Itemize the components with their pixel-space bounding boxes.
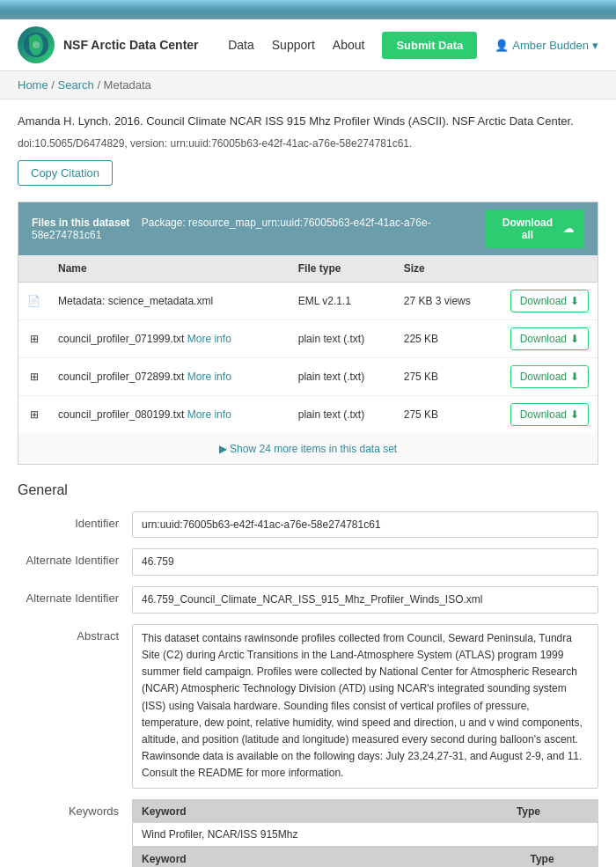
download-button[interactable]: Download ⬇ <box>510 365 589 388</box>
files-table: Name File type Size 📄Metadata: science_m… <box>18 255 598 433</box>
file-size: 27 KB 3 views <box>395 282 502 320</box>
identifier-value: urn:uuid:76005b63-e42f-41ac-a76e-58e2747… <box>132 511 598 539</box>
keyword-row: Wind Profiler, NCAR/ISS 915Mhz <box>133 823 598 847</box>
breadcrumb-home[interactable]: Home <box>18 78 48 92</box>
user-name: Amber Budden <box>512 39 589 52</box>
download-icon: ⬇ <box>570 371 579 383</box>
cloud-download-icon: ☁ <box>563 223 574 235</box>
table-row: ⊞council_profiler_071999.txt More infopl… <box>18 320 598 357</box>
download-cell: Download ⬇ <box>502 320 598 357</box>
download-all-label: Download all <box>496 217 559 241</box>
file-size: 275 KB <box>395 395 502 433</box>
download-button[interactable]: Download ⬇ <box>510 403 589 426</box>
doi-text: doi:10.5065/D6474829, version: urn:uuid:… <box>18 137 598 150</box>
table-row: ⊞council_profiler_072899.txt More infopl… <box>18 357 598 395</box>
file-name-text: council_profiler_071999.txt <box>58 333 184 345</box>
alt-identifier2-row: Alternate Identifier 46.759_Council_Clim… <box>18 586 598 614</box>
table-row: 📄Metadata: science_metadata.xmlEML v2.1.… <box>18 282 598 320</box>
file-name-text: council_profiler_080199.txt <box>58 408 184 421</box>
download-cell: Download ⬇ <box>502 282 598 320</box>
breadcrumb: Home / Search / Metadata <box>0 71 616 99</box>
identifier-row: Identifier urn:uuid:76005b63-e42f-41ac-a… <box>18 511 598 539</box>
keywords-tables: KeywordTypeWind Profiler, NCAR/ISS 915Mh… <box>132 799 598 867</box>
file-name: council_profiler_080199.txt More info <box>49 395 290 433</box>
type-col-header: Type <box>508 799 598 823</box>
file-type: plain text (.txt) <box>290 357 395 395</box>
copy-citation-button[interactable]: Copy Citation <box>18 160 113 186</box>
identifier-label: Identifier <box>18 511 132 530</box>
abstract-value: This dataset contains rawinsonde profile… <box>132 624 598 789</box>
download-icon: ⬇ <box>570 333 579 345</box>
col-name: Name <box>49 255 290 283</box>
show-more-link[interactable]: ▶ Show 24 more items in this data set <box>219 443 397 455</box>
file-type: plain text (.txt) <box>290 320 395 357</box>
download-button[interactable]: Download ⬇ <box>510 327 589 350</box>
dropdown-icon: ▾ <box>592 39 598 52</box>
file-size: 275 KB <box>395 357 502 395</box>
file-type: plain text (.txt) <box>290 395 395 433</box>
file-name: Metadata: science_metadata.xml <box>49 282 290 320</box>
submit-data-button[interactable]: Submit Data <box>382 32 477 59</box>
files-section: Files in this dataset Package: resource_… <box>18 202 598 465</box>
col-action <box>502 255 598 283</box>
logo-text: NSF Arctic Data Center <box>63 38 199 52</box>
breadcrumb-current: Metadata <box>104 78 151 92</box>
files-table-header-row: Name File type Size <box>18 255 598 283</box>
logo-image <box>18 26 55 63</box>
keywords-table: KeywordTypeArcticSoundingISO 19115:2003 … <box>132 847 598 867</box>
keywords-label: Keywords <box>18 799 132 818</box>
nav-data[interactable]: Data <box>228 38 254 52</box>
download-icon: ⬇ <box>570 408 579 421</box>
file-name-text: council_profiler_072899.txt <box>58 371 184 383</box>
file-name: council_profiler_072899.txt More info <box>49 357 290 395</box>
col-size: Size <box>395 255 502 283</box>
file-type-icon: ⊞ <box>18 320 49 357</box>
download-all-button[interactable]: Download all ☁ <box>486 209 584 248</box>
table-row: ⊞council_profiler_080199.txt More infopl… <box>18 395 598 433</box>
keyword-col-header: Keyword <box>133 847 522 867</box>
file-type: EML v2.1.1 <box>290 282 395 320</box>
keywords-row: Keywords KeywordTypeWind Profiler, NCAR/… <box>18 799 598 867</box>
more-info-link[interactable]: More info <box>187 333 231 345</box>
files-header: Files in this dataset Package: resource_… <box>18 202 598 255</box>
download-cell: Download ⬇ <box>502 357 598 395</box>
keyword-col-header: Keyword <box>133 799 508 823</box>
svg-point-3 <box>33 41 40 48</box>
general-title: General <box>18 482 598 498</box>
user-menu[interactable]: 👤 Amber Budden ▾ <box>495 39 598 52</box>
file-type-icon: ⊞ <box>18 395 49 433</box>
type-col-header: Type <box>522 847 598 867</box>
col-file-type: File type <box>290 255 395 283</box>
file-name: council_profiler_071999.txt More info <box>49 320 290 357</box>
download-cell: Download ⬇ <box>502 395 598 433</box>
alt-identifier1-value: 46.759 <box>132 548 598 576</box>
nav-support[interactable]: Support <box>272 38 315 52</box>
file-size: 225 KB <box>395 320 502 357</box>
breadcrumb-search[interactable]: Search <box>58 78 94 92</box>
file-type-icon: 📄 <box>18 282 49 320</box>
keywords-table: KeywordTypeWind Profiler, NCAR/ISS 915Mh… <box>132 799 598 847</box>
abstract-label: Abstract <box>18 624 132 643</box>
col-type-icon <box>18 255 49 283</box>
more-info-link[interactable]: More info <box>187 371 231 383</box>
alt-identifier1-label: Alternate Identifier <box>18 548 132 567</box>
nav-area: Data Support About Submit Data 👤 Amber B… <box>228 32 598 59</box>
keyword-cell: Wind Profiler, NCAR/ISS 915Mhz <box>133 823 508 847</box>
alt-identifier2-label: Alternate Identifier <box>18 586 132 605</box>
show-more-row: ▶ Show 24 more items in this data set <box>18 433 598 464</box>
more-info-link[interactable]: More info <box>187 408 231 421</box>
alt-identifier1-row: Alternate Identifier 46.759 <box>18 548 598 576</box>
header-top: NSF Arctic Data Center Data Support Abou… <box>0 19 616 71</box>
main-content: Amanda H. Lynch. 2016. Council Climate N… <box>0 99 616 867</box>
citation-title: Amanda H. Lynch. 2016. Council Climate N… <box>18 113 598 130</box>
header-banner <box>0 0 616 19</box>
files-header-text: Files in this dataset Package: resource_… <box>32 217 486 241</box>
logo-area: NSF Arctic Data Center <box>18 26 199 63</box>
alt-identifier2-value: 46.759_Council_Climate_NCAR_ISS_915_Mhz_… <box>132 586 598 614</box>
download-button[interactable]: Download ⬇ <box>510 290 589 312</box>
general-section: General Identifier urn:uuid:76005b63-e42… <box>18 482 598 868</box>
download-icon: ⬇ <box>570 295 579 307</box>
file-type-icon: ⊞ <box>18 357 49 395</box>
type-cell <box>508 823 598 847</box>
nav-about[interactable]: About <box>333 38 365 52</box>
